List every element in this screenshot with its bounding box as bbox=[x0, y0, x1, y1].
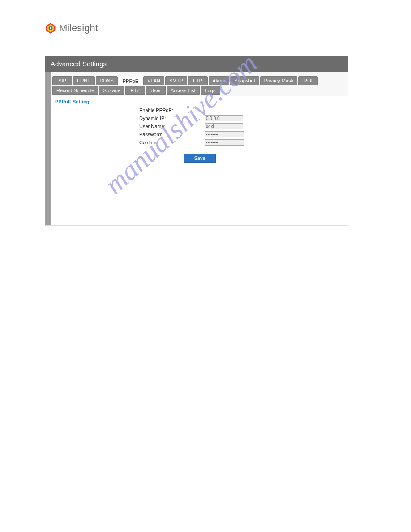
tab-ftp[interactable]: FTP bbox=[188, 76, 208, 85]
tab-alarm[interactable]: Alarm bbox=[209, 76, 230, 85]
tab-row-1: SIP UPNP DDNS PPPoE VLAN SMTP FTP Alarm … bbox=[51, 76, 348, 86]
tab-smtp[interactable]: SMTP bbox=[165, 76, 187, 85]
panel-title: Advanced Settings bbox=[45, 56, 348, 72]
label-dynamic-ip: Dynamic IP: bbox=[139, 116, 205, 121]
label-enable-pppoe: Enable PPPoE: bbox=[139, 107, 205, 113]
tab-access-list[interactable]: Access List bbox=[167, 86, 200, 95]
save-row: Save bbox=[51, 154, 348, 163]
tab-sip[interactable]: SIP bbox=[52, 76, 72, 85]
panel-left-gutter bbox=[45, 72, 51, 225]
tab-vlan[interactable]: VLAN bbox=[143, 76, 164, 85]
row-password: Password: bbox=[139, 131, 348, 137]
label-confirm: Confirm: bbox=[139, 140, 205, 145]
pppoe-form: Enable PPPoE: Dynamic IP: bbox=[51, 107, 348, 146]
input-dynamic-ip[interactable] bbox=[205, 115, 243, 121]
tab-storage[interactable]: Storage bbox=[99, 86, 124, 95]
input-user-name[interactable] bbox=[205, 123, 243, 129]
row-dynamic-ip: Dynamic IP: bbox=[139, 115, 348, 121]
brand-header: Milesight bbox=[45, 22, 372, 36]
document-page: Milesight Advanced Settings SIP UPNP DDN… bbox=[0, 0, 411, 248]
brand-name: Milesight bbox=[59, 22, 98, 34]
tab-ptz[interactable]: PTZ bbox=[125, 86, 145, 95]
tab-content: PPPoE Setting Enable PPPoE: Dynamic IP: bbox=[51, 96, 348, 225]
input-password[interactable] bbox=[205, 131, 244, 137]
row-confirm: Confirm: bbox=[139, 139, 348, 146]
label-user-name: User Name: bbox=[139, 124, 205, 129]
svg-point-3 bbox=[50, 27, 51, 29]
tab-user[interactable]: User bbox=[146, 86, 166, 95]
tab-upnp[interactable]: UPNP bbox=[73, 76, 95, 85]
tab-snapshot[interactable]: Snapshot bbox=[230, 76, 259, 85]
settings-panel: Advanced Settings SIP UPNP DDNS PPPoE VL… bbox=[45, 56, 348, 226]
section-title: PPPoE Setting bbox=[51, 96, 348, 107]
tab-record-schedule[interactable]: Record Schedule bbox=[52, 86, 98, 95]
row-user-name: User Name: bbox=[139, 123, 348, 129]
milesight-logo-icon bbox=[45, 22, 56, 34]
tab-ddns[interactable]: DDNS bbox=[96, 76, 118, 85]
tab-roi[interactable]: ROI bbox=[298, 76, 318, 85]
tab-privacy-mask[interactable]: Privacy Mask bbox=[260, 76, 297, 85]
input-confirm[interactable] bbox=[205, 139, 244, 146]
label-password: Password: bbox=[139, 132, 205, 137]
save-button[interactable]: Save bbox=[184, 154, 215, 163]
row-enable-pppoe: Enable PPPoE: bbox=[139, 107, 348, 113]
tab-pppoe[interactable]: PPPoE bbox=[119, 77, 142, 86]
tab-logs[interactable]: Logs bbox=[201, 86, 220, 95]
tab-row-2: Record Schedule Storage PTZ User Access … bbox=[51, 86, 348, 96]
checkbox-enable-pppoe[interactable] bbox=[205, 107, 210, 112]
tabs-container: SIP UPNP DDNS PPPoE VLAN SMTP FTP Alarm … bbox=[51, 72, 348, 96]
